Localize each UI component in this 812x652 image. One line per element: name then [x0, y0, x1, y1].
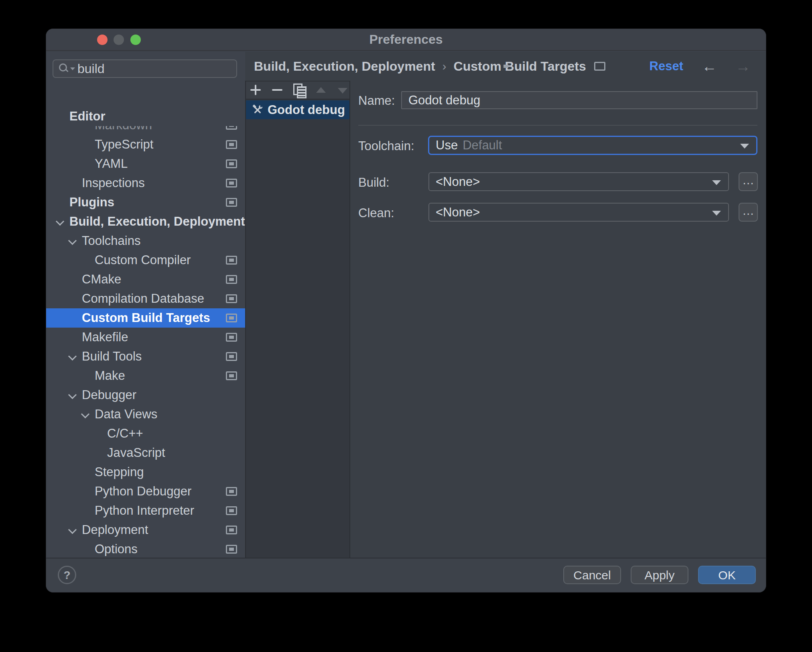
add-button[interactable] [249, 84, 263, 97]
header-actions: Reset ← → [650, 59, 766, 74]
sidebar-item-inspections[interactable]: Inspections [46, 173, 245, 193]
build-browse-button[interactable]: … [739, 172, 758, 191]
toolchain-placeholder: Default [463, 138, 502, 153]
panel-indicator-icon [226, 198, 237, 207]
sidebar-item-label: Inspections [82, 176, 145, 190]
sidebar-item-label: Toolchains [82, 234, 140, 248]
sidebar-item-toolchains[interactable]: Toolchains [46, 231, 245, 251]
help-button[interactable]: ? [58, 566, 76, 584]
sidebar-item-c-c[interactable]: C/C++ [46, 424, 245, 443]
remove-button[interactable] [271, 84, 284, 97]
clean-label: Clean: [358, 206, 394, 220]
sidebar-item-label: TypeScript [95, 137, 153, 152]
dialog-footer: ? Cancel Apply OK [46, 558, 766, 592]
clean-browse-button[interactable]: … [739, 203, 758, 222]
panel-indicator-icon [226, 314, 237, 322]
toolchain-select[interactable]: Use Default [428, 136, 757, 155]
breadcrumb-build-execution-deployment[interactable]: Build, Execution, Deployment [254, 59, 435, 74]
sidebar-item-data-views[interactable]: Data Views [46, 405, 245, 424]
clean-value: <None> [436, 205, 480, 220]
window-title: Preferences [46, 29, 766, 51]
sidebar-item-deployment[interactable]: Deployment [46, 520, 245, 540]
settings-search-box[interactable]: ✕ [53, 59, 237, 78]
build-tools-icon [252, 104, 264, 116]
back-arrow-icon[interactable]: ← [702, 59, 717, 74]
move-down-button[interactable] [336, 84, 349, 97]
sidebar-item-label: Makefile [82, 330, 128, 344]
clean-select[interactable]: <None> [428, 203, 729, 222]
sidebar-item-python-interpreter[interactable]: Python Interpreter [46, 501, 245, 520]
sidebar-item-label: Data Views [95, 407, 157, 422]
preferences-window: Preferences ✕ EditorMarkdownTypeScriptYA… [46, 29, 766, 593]
list-toolbar [246, 81, 349, 100]
sidebar-item-options[interactable]: Options [46, 540, 245, 558]
sidebar-item-label: CMake [82, 272, 121, 287]
cancel-button[interactable]: Cancel [563, 566, 621, 584]
breadcrumb-separator: › [443, 59, 447, 73]
breadcrumb-header: Build, Execution, Deployment › Custom Bu… [245, 52, 766, 81]
dropdown-arrow-icon [712, 211, 721, 216]
settings-tree: EditorMarkdownTypeScriptYAMLInspectionsP… [46, 84, 245, 558]
breadcrumb: Build, Execution, Deployment › Custom Bu… [254, 59, 605, 74]
panel-indicator-icon [226, 371, 237, 380]
chevron-down-icon[interactable] [69, 391, 76, 399]
move-up-button[interactable] [314, 84, 328, 97]
duplicate-button[interactable] [292, 84, 306, 97]
sidebar-item-typescript[interactable]: TypeScript [46, 135, 245, 154]
sidebar-item-label: Make [95, 369, 125, 383]
toolchain-value: Use [436, 138, 458, 153]
sidebar-item-editor[interactable]: Editor [46, 107, 245, 126]
search-icon[interactable] [59, 63, 69, 74]
sidebar-item-label: Stepping [95, 465, 144, 479]
sidebar-item-python-debugger[interactable]: Python Debugger [46, 482, 245, 501]
sidebar-item-makefile[interactable]: Makefile [46, 328, 245, 347]
sidebar-item-plugins[interactable]: Plugins [46, 193, 245, 212]
sidebar-item-label: Options [95, 542, 138, 556]
sidebar-item-custom-compiler[interactable]: Custom Compiler [46, 251, 245, 270]
sidebar-item-javascript[interactable]: JavaScript [46, 443, 245, 463]
reset-link[interactable]: Reset [650, 59, 683, 73]
name-label: Name: [358, 94, 395, 108]
search-input[interactable] [75, 61, 245, 76]
sidebar-item-label: Plugins [69, 195, 114, 210]
sidebar-item-label: Compilation Database [82, 291, 204, 306]
sidebar-item-label: C/C++ [107, 426, 143, 441]
sidebar-item-make[interactable]: Make [46, 366, 245, 385]
sidebar-item-compilation-database[interactable]: Compilation Database [46, 289, 245, 308]
build-target-label: Godot debug [268, 103, 345, 117]
chevron-down-icon[interactable] [81, 411, 89, 418]
dropdown-arrow-icon [712, 180, 721, 185]
sidebar-item-yaml[interactable]: YAML [46, 154, 245, 173]
sidebar-item-build-tools[interactable]: Build Tools [46, 347, 245, 366]
form-separator [358, 125, 757, 126]
panel-indicator-icon [226, 487, 237, 496]
chevron-down-icon[interactable] [69, 237, 76, 244]
settings-sidebar: ✕ EditorMarkdownTypeScriptYAMLInspection… [46, 52, 245, 558]
forward-arrow-icon[interactable]: → [735, 59, 751, 74]
chevron-down-icon[interactable] [69, 353, 76, 360]
dropdown-arrow-icon [740, 144, 749, 149]
sidebar-item-stepping[interactable]: Stepping [46, 463, 245, 482]
name-field[interactable] [401, 91, 757, 109]
build-select[interactable]: <None> [428, 172, 729, 191]
panel-indicator-icon [594, 62, 605, 71]
ok-button[interactable]: OK [698, 566, 756, 584]
toolchain-label: Toolchain: [358, 139, 414, 153]
sidebar-item-label: Custom Build Targets [82, 311, 210, 325]
breadcrumb-custom-build-targets[interactable]: Custom Build Targets [454, 59, 586, 74]
sidebar-item-label: YAML [95, 157, 128, 171]
sidebar-item-build-execution-deployment[interactable]: Build, Execution, Deployment [46, 212, 245, 231]
chevron-down-icon[interactable] [56, 218, 63, 225]
chevron-down-icon[interactable] [69, 526, 76, 534]
panel-indicator-icon [226, 333, 237, 342]
search-options-caret-icon[interactable] [70, 67, 75, 70]
sidebar-item-cmake[interactable]: CMake [46, 270, 245, 289]
sidebar-item-label: Editor [69, 109, 106, 124]
sidebar-item-label: Custom Compiler [95, 253, 191, 267]
sidebar-item-custom-build-targets[interactable]: Custom Build Targets [46, 308, 245, 328]
apply-button[interactable]: Apply [631, 566, 688, 584]
build-target-item-godot-debug[interactable]: Godot debug [246, 100, 349, 119]
custom-build-target-form: Name: Toolchain: Use Default Build: <Non… [349, 81, 766, 558]
panel-indicator-icon [226, 179, 237, 187]
sidebar-item-debugger[interactable]: Debugger [46, 385, 245, 405]
